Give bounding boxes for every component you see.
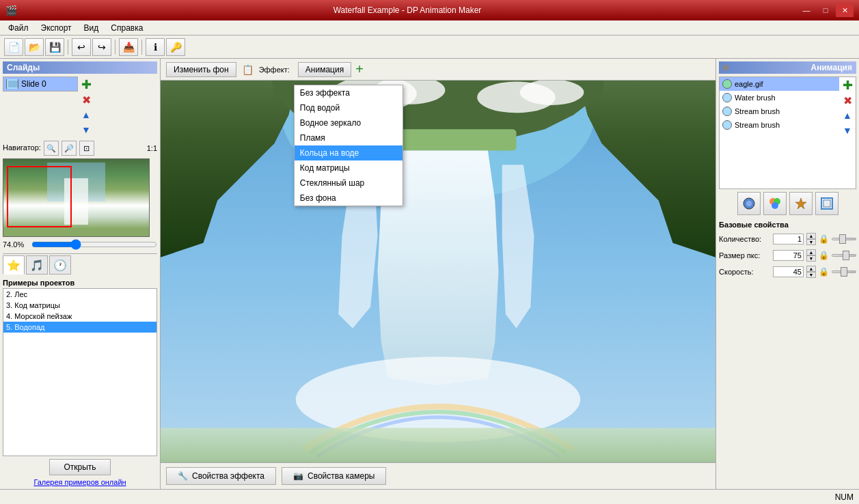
menu-export[interactable]: Экспорт: [36, 22, 77, 34]
gallery-link[interactable]: Галерея примеров онлайн: [3, 478, 157, 486]
size-slider-area[interactable]: [832, 254, 856, 257]
anim-add-btn[interactable]: ✚: [841, 79, 854, 92]
quantity-up-btn[interactable]: ▲: [806, 233, 816, 239]
example-item-5[interactable]: 5. Водопад: [3, 322, 156, 333]
quantity-down-btn[interactable]: ▼: [806, 239, 816, 245]
effect-props-button[interactable]: 🔧 Свойства эффекта: [166, 467, 276, 485]
anim-label-2: Stream brush: [735, 107, 780, 115]
menu-view[interactable]: Вид: [79, 22, 105, 34]
maximize-button[interactable]: □: [817, 3, 834, 17]
dropdown-item-glass-ball[interactable]: Стеклянный шар: [295, 176, 403, 191]
quantity-slider-thumb[interactable]: [839, 234, 846, 244]
anim-item-3[interactable]: Stream brush: [720, 118, 839, 132]
fit-button[interactable]: ⊡: [79, 141, 94, 156]
camera-props-button[interactable]: 📷 Свойства камеры: [282, 467, 386, 485]
example-item-4[interactable]: 4. Морской пейзаж: [3, 311, 156, 322]
slide-item-0[interactable]: Slide 0: [3, 77, 77, 91]
speed-input[interactable]: [773, 266, 804, 277]
animation-panel-title: Анимация: [719, 61, 856, 74]
toolbar-separator-2: [115, 40, 115, 55]
size-input[interactable]: [773, 250, 804, 261]
effect-dropdown-menu[interactable]: Без эффекта Под водой Водное зеркало Пла…: [294, 85, 403, 206]
save-button[interactable]: 💾: [45, 38, 64, 56]
example-item-2[interactable]: 2. Лес: [3, 289, 156, 300]
slide-up-btn[interactable]: ▲: [79, 108, 93, 122]
change-bg-button[interactable]: Изменить фон: [166, 62, 236, 77]
speed-slider-area[interactable]: [832, 270, 856, 273]
slide-add-btn[interactable]: ✚: [79, 78, 93, 92]
zoom-slider[interactable]: [31, 240, 157, 249]
size-down-btn[interactable]: ▼: [806, 255, 816, 262]
svg-rect-19: [823, 200, 830, 207]
effect-label: Эффект:: [259, 66, 290, 74]
anim-item-0[interactable]: eagle.gif: [720, 77, 839, 91]
dropdown-item-rings[interactable]: Кольца на воде: [295, 145, 403, 160]
waterfall-background: [161, 81, 715, 462]
bottom-tabs: ⭐ 🎵 🕐: [3, 253, 157, 276]
statusbar: NUM: [0, 489, 859, 504]
menu-file[interactable]: Файл: [3, 22, 34, 34]
speed-spinner: ▲ ▼: [806, 266, 816, 278]
undo-button[interactable]: ↩: [72, 38, 91, 56]
speed-up-btn[interactable]: ▲: [806, 266, 816, 272]
anim-icon-2: [722, 107, 732, 116]
wrench-icon: 🔧: [178, 471, 188, 481]
close-button[interactable]: ✕: [836, 3, 854, 17]
slide-down-btn[interactable]: ▼: [79, 123, 93, 137]
redo-button[interactable]: ↪: [92, 38, 111, 56]
quantity-slider-area[interactable]: [832, 238, 856, 240]
toolbar-separator-3: [141, 40, 142, 55]
anim-delete-btn[interactable]: ✖: [841, 94, 854, 107]
examples-list[interactable]: 2. Лес 3. Код матрицы 4. Морской пейзаж …: [3, 288, 157, 456]
dropdown-item-matrix[interactable]: Код матрицы: [295, 160, 403, 176]
nav-thumb-rect: [7, 166, 72, 227]
zoom-level-label: 1:1: [147, 144, 157, 152]
color-tool-button[interactable]: [763, 192, 787, 215]
effect-tool-icon: [742, 197, 756, 210]
frame-tool-button[interactable]: [815, 192, 838, 215]
speed-down-btn[interactable]: ▼: [806, 272, 816, 278]
dropdown-item-no-effect[interactable]: Без эффекта: [295, 85, 403, 100]
dropdown-item-no-bg[interactable]: Без фона: [295, 191, 403, 206]
example-item-3[interactable]: 3. Код матрицы: [3, 300, 156, 311]
dropdown-item-flame[interactable]: Пламя: [295, 130, 403, 145]
anim-label-1: Water brush: [735, 94, 776, 102]
anim-up-btn[interactable]: ▲: [841, 109, 854, 122]
star-tool-button[interactable]: [789, 192, 813, 215]
animation-list-area: eagle.gif Water brush Stream brush Strea…: [719, 76, 856, 189]
tab-favorites[interactable]: ⭐: [3, 255, 25, 275]
add-animation-button[interactable]: +: [355, 61, 364, 77]
zoom-in-button[interactable]: 🔍: [44, 141, 59, 156]
speed-slider-thumb[interactable]: [841, 267, 847, 277]
settings-button[interactable]: 🔑: [166, 38, 185, 56]
info-button[interactable]: ℹ: [146, 38, 165, 56]
dropdown-item-underwater[interactable]: Под водой: [295, 100, 403, 115]
new-button[interactable]: 📄: [4, 38, 23, 56]
svg-point-16: [772, 202, 778, 209]
menu-help[interactable]: Справка: [105, 22, 148, 34]
svg-rect-6: [161, 428, 715, 462]
dropdown-item-water-mirror[interactable]: Водное зеркало: [295, 115, 403, 130]
anim-item-2[interactable]: Stream brush: [720, 104, 839, 118]
anim-item-1[interactable]: Water brush: [720, 91, 839, 104]
open-button[interactable]: 📂: [25, 38, 44, 56]
anim-down-btn[interactable]: ▼: [841, 124, 854, 137]
import-button[interactable]: 📥: [119, 38, 138, 56]
size-slider-thumb[interactable]: [843, 251, 849, 260]
size-up-btn[interactable]: ▲: [806, 249, 816, 255]
svg-rect-18: [821, 198, 832, 209]
frame-tool-icon: [820, 197, 834, 210]
zoom-out-button[interactable]: 🔎: [62, 141, 77, 156]
quantity-input[interactable]: [773, 234, 804, 244]
tab-music[interactable]: 🎵: [26, 255, 48, 275]
minimize-button[interactable]: —: [797, 3, 815, 17]
slide-delete-btn[interactable]: ✖: [79, 93, 93, 107]
slide-label-0: Slide 0: [21, 79, 46, 89]
navigator-controls: Навигатор: 🔍 🔎 ⊡ 1:1: [3, 141, 157, 156]
color-tool-icon: [768, 197, 782, 210]
tab-clock[interactable]: 🕐: [49, 255, 71, 275]
effect-tool-button[interactable]: [737, 192, 761, 215]
animation-button[interactable]: Анимация: [298, 62, 351, 77]
open-button-examples[interactable]: Открыть: [49, 459, 110, 475]
effect-props-label: Свойства эффекта: [192, 471, 264, 481]
